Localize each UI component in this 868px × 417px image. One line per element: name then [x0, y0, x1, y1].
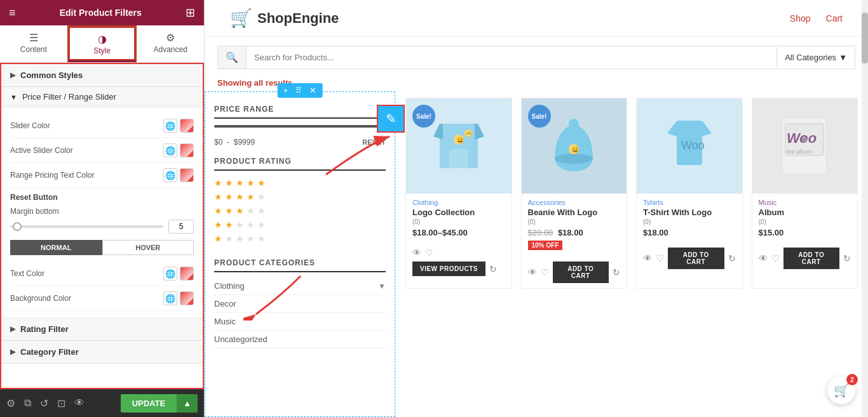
scrollbar-thumb[interactable]: [862, 13, 868, 63]
refresh-icon-2[interactable]: ↻: [613, 267, 620, 277]
text-color-icons: 🌐: [163, 267, 194, 281]
layers-icon[interactable]: ⧉: [24, 397, 31, 409]
eye-icon-2[interactable]: 👁: [528, 267, 537, 277]
refresh-icon-1[interactable]: ↻: [489, 264, 497, 274]
product-name-1: Logo Collection: [412, 208, 505, 217]
eye-icon[interactable]: 👁: [74, 397, 85, 409]
nav-shop[interactable]: Shop: [790, 13, 811, 23]
margin-bottom-slider-track[interactable]: [10, 225, 163, 228]
history-icon[interactable]: ↺: [40, 397, 48, 409]
heart-icon-1[interactable]: ♡: [425, 248, 433, 258]
margin-bottom-input[interactable]: [168, 220, 194, 234]
price-range-row: $0 - $9999 RESET: [214, 138, 386, 147]
slider-color-globe[interactable]: 🌐: [163, 119, 177, 133]
category-select[interactable]: All Categories ▼: [776, 48, 855, 67]
widget-move-btn[interactable]: ⠿: [294, 84, 304, 96]
album-illustration: Woo the album: [779, 114, 830, 178]
active-slider-color-swatch[interactable]: [180, 143, 194, 157]
eye-icon-1[interactable]: 👁: [412, 248, 421, 258]
hover-state-btn[interactable]: HOVER: [102, 240, 194, 255]
range-pricing-text-color-swatch[interactable]: [180, 168, 194, 182]
range-pricing-text-color-globe[interactable]: 🌐: [163, 168, 177, 182]
rating-5-row[interactable]: ★ ★ ★ ★ ★: [214, 176, 386, 190]
slider-color-swatch[interactable]: [180, 119, 194, 133]
product-actions-3: 👁 ♡ ADD TO CART ↻: [637, 245, 742, 274]
products-grid: Sale! 😀 😁 Clothing: [405, 98, 858, 289]
content-tab-icon: ☰: [0, 32, 67, 44]
responsive-icon[interactable]: ⊡: [57, 397, 65, 409]
add-to-cart-btn-2[interactable]: ADD TO CART: [553, 261, 609, 283]
svg-rect-5: [449, 149, 468, 168]
price-filter-content: Slider Color 🌐 Active Slider Color 🌐 Ran…: [1, 107, 203, 318]
category-music[interactable]: Music: [214, 313, 386, 331]
scrollbar[interactable]: [862, 0, 868, 417]
cart-overlay: 🛒 2: [827, 376, 855, 404]
edit-icon-overlay[interactable]: ✎: [377, 105, 405, 133]
slider-color-icons: 🌐: [163, 119, 194, 133]
product-rating-3: (0): [643, 218, 736, 225]
rating-filter-header[interactable]: ▶ Rating Filter: [1, 318, 203, 341]
rating-4-row[interactable]: ★ ★ ★ ★ ★: [214, 190, 386, 204]
heart-icon-4[interactable]: ♡: [771, 253, 780, 263]
common-styles-header[interactable]: ▶ Common Styles: [1, 64, 203, 87]
product-img-1: Sale! 😀 😁: [406, 98, 512, 194]
price-slider[interactable]: [214, 125, 386, 128]
eye-icon-3[interactable]: 👁: [643, 253, 652, 263]
active-slider-color-globe[interactable]: 🌐: [163, 143, 177, 157]
eye-icon-4[interactable]: 👁: [759, 253, 768, 263]
product-img-2: Sale! 😀: [522, 98, 627, 194]
bg-color-icons: 🌐: [163, 291, 194, 305]
heart-icon-3[interactable]: ♡: [656, 253, 664, 263]
product-actions-4: 👁 ♡ ADD TO CART ↻: [752, 245, 858, 274]
category-clothing[interactable]: Clothing ▼: [214, 277, 386, 295]
text-color-swatch[interactable]: [180, 267, 194, 281]
svg-marker-4: [475, 124, 484, 140]
heart-icon-2[interactable]: ♡: [541, 267, 549, 277]
shop-nav: Shop Cart: [790, 13, 843, 23]
svg-point-23: [802, 137, 807, 142]
product-category-1: Clothing: [412, 199, 505, 206]
settings-icon[interactable]: ⚙: [6, 397, 15, 409]
widget-close-btn[interactable]: ✕: [308, 84, 318, 96]
product-rating-2: (0): [528, 218, 621, 225]
rating-1-row[interactable]: ★ ★ ★ ★ ★: [214, 232, 386, 246]
tab-style[interactable]: ◑ Style: [67, 25, 137, 62]
rating-3-row[interactable]: ★ ★ ★ ★ ★: [214, 204, 386, 218]
grid-icon[interactable]: ⊞: [186, 6, 195, 20]
bg-color-globe[interactable]: 🌐: [163, 291, 177, 305]
product-price-4: $15.00: [759, 228, 851, 237]
tab-content[interactable]: ☰ Content: [0, 25, 67, 62]
rating-2-row[interactable]: ★ ★ ★ ★ ★: [214, 218, 386, 232]
product-card-3: Woo Tshirts T-Shirt With Logo (0) $18.00…: [636, 98, 743, 289]
widget-add-btn[interactable]: +: [281, 84, 290, 96]
update-arrow-button[interactable]: ▲: [177, 394, 198, 413]
category-decor[interactable]: Decor: [214, 295, 386, 313]
margin-bottom-slider-thumb[interactable]: [13, 222, 22, 231]
category-filter-header[interactable]: ▶ Category Filter: [1, 341, 203, 364]
normal-state-btn[interactable]: NORMAL: [10, 240, 102, 255]
old-price-2: $20.00: [528, 228, 553, 237]
add-to-cart-btn-4[interactable]: ADD TO CART: [783, 248, 840, 269]
price-filter-arrow: ▼: [10, 93, 17, 101]
refresh-icon-4[interactable]: ↻: [843, 253, 851, 263]
search-input[interactable]: [247, 48, 776, 67]
update-button[interactable]: UPDATE: [121, 394, 177, 413]
svg-marker-15: [667, 121, 677, 136]
product-actions-1: 👁 ♡ VIEW PRODUCTS ↻: [406, 245, 512, 281]
menu-icon[interactable]: ≡: [9, 6, 16, 20]
category-uncategorized[interactable]: Uncategorized: [214, 331, 386, 348]
margin-bottom-label: Margin bottom: [10, 204, 194, 220]
nav-cart[interactable]: Cart: [826, 13, 843, 23]
refresh-icon-3[interactable]: ↻: [728, 253, 736, 263]
view-products-btn-1[interactable]: VIEW PRODUCTS: [412, 261, 485, 276]
svg-point-12: [569, 119, 579, 129]
add-to-cart-btn-3[interactable]: ADD TO CART: [668, 248, 724, 269]
price-reset-btn[interactable]: RESET: [362, 138, 386, 146]
advanced-tab-icon: ⚙: [137, 32, 204, 44]
price-filter-header[interactable]: ▼ Price Filter / Range Slider: [1, 87, 203, 107]
text-color-globe[interactable]: 🌐: [163, 267, 177, 281]
bg-color-swatch[interactable]: [180, 291, 194, 305]
cart-icon-wrap[interactable]: 🛒 2: [827, 376, 855, 404]
product-card-4: Woo the album Music Album (0) $15.00 👁 ♡: [752, 98, 858, 289]
tab-advanced[interactable]: ⚙ Advanced: [137, 25, 204, 62]
